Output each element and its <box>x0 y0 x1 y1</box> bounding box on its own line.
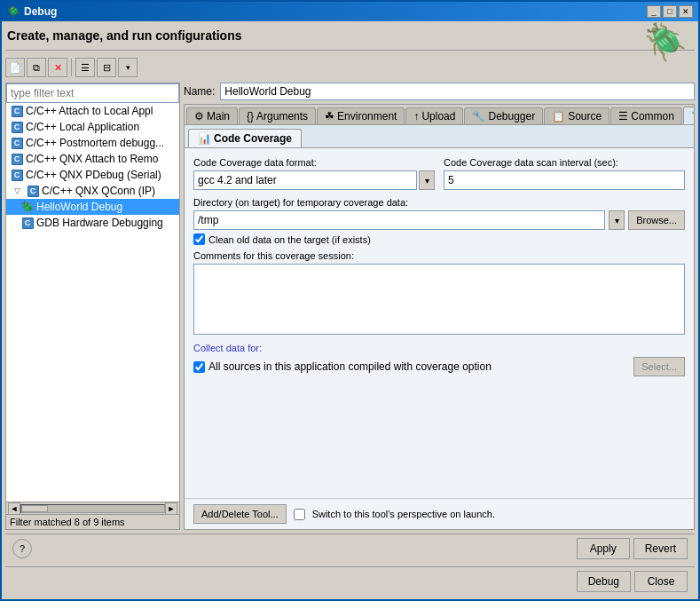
minimize-button[interactable]: _ <box>647 5 661 18</box>
tree-item-label: C/C++ Local Application <box>26 121 139 133</box>
clean-checkbox-row: Clean old data on the target (if exists) <box>193 233 685 245</box>
tab-main[interactable]: ⚙ Main <box>186 107 238 124</box>
tree-item-label: C/C++ QNX Attach to Remo <box>26 153 158 165</box>
debug-close-row: Debug Close <box>5 566 695 596</box>
c-icon: C <box>12 138 23 149</box>
close-window-button[interactable]: ✕ <box>679 5 693 18</box>
format-select-arrow[interactable]: ▾ <box>419 170 435 190</box>
revert-button[interactable]: Revert <box>633 538 688 559</box>
interval-label: Code Coverage data scan interval (sec): <box>444 157 685 168</box>
new-config-button[interactable]: 📄 <box>5 58 25 77</box>
dir-select-arrow[interactable]: ▾ <box>609 210 625 230</box>
tree-item-postmortem[interactable]: C C/C++ Postmortem debugg... <box>6 135 179 151</box>
duplicate-button[interactable]: ⧉ <box>27 58 46 77</box>
code-coverage-icon: 📊 <box>198 132 211 145</box>
c-icon: C <box>28 186 39 197</box>
tab-source[interactable]: 📋 Source <box>544 107 610 124</box>
tree-item-attach-local[interactable]: C C/C++ Attach to Local Appl <box>6 103 179 119</box>
c-icon: C <box>12 122 23 133</box>
browse-button[interactable]: Browse... <box>628 210 685 230</box>
tree-item-local-app[interactable]: C C/C++ Local Application <box>6 119 179 135</box>
common-tab-icon: ☰ <box>618 110 628 123</box>
scroll-track[interactable] <box>20 504 165 513</box>
interval-input[interactable] <box>444 170 685 190</box>
collect-checkbox[interactable] <box>193 361 205 373</box>
tree-item-label: GDB Hardware Debugging <box>36 217 163 229</box>
collect-checkbox-label: All sources in this application compiled… <box>208 360 492 373</box>
tree-item-label: HelloWorld Debug <box>36 201 122 213</box>
inner-tab-code-coverage[interactable]: 📊 Code Coverage <box>188 129 302 147</box>
scroll-left-btn[interactable]: ◄ <box>8 502 20 515</box>
tools-tab-icon: 🔧 <box>691 109 695 122</box>
inner-tab-label: Code Coverage <box>214 132 292 145</box>
filter-button[interactable]: ☰ <box>75 58 95 77</box>
source-tab-icon: 📋 <box>552 110 565 123</box>
debugger-tab-icon: 🔧 <box>472 110 485 123</box>
debug-window: 🪲 Debug _ □ ✕ Create, manage, and run co… <box>0 0 700 601</box>
comments-label: Comments for this coverage session: <box>193 250 685 261</box>
toolbar-separator <box>71 59 72 76</box>
format-select[interactable]: gcc 4.2 and later <box>193 170 417 190</box>
inner-content: Code Coverage data format: gcc 4.2 and l… <box>185 148 694 498</box>
inner-tab-bar: 📊 Code Coverage <box>185 125 694 148</box>
dir-select[interactable]: /tmp <box>193 210 605 230</box>
tab-debugger[interactable]: 🔧 Debugger <box>464 107 543 124</box>
filter-input[interactable] <box>6 83 179 103</box>
tab-environment[interactable]: ☘ Environment <box>317 107 405 124</box>
tab-arguments[interactable]: {} Arguments <box>239 107 316 124</box>
tree-item-qnx-qconn[interactable]: ▽ C C/C++ QNX QConn (IP) <box>6 183 179 199</box>
c-icon: C <box>22 217 34 229</box>
window-icon: 🪲 <box>7 5 20 18</box>
collapse-button[interactable]: ⊟ <box>97 58 116 77</box>
tab-main-label: Main <box>207 110 230 123</box>
apply-revert-row: Apply Revert <box>577 538 688 559</box>
tab-source-label: Source <box>568 110 602 123</box>
help-button[interactable]: ? <box>12 539 32 558</box>
delete-button[interactable]: ✕ <box>48 58 67 77</box>
arguments-tab-icon: {} <box>247 110 254 123</box>
main-tab-icon: ⚙ <box>194 110 204 123</box>
clean-checkbox-label: Clean old data on the target (if exists) <box>208 234 371 245</box>
switch-checkbox[interactable] <box>294 509 305 520</box>
tree-area: C C/C++ Attach to Local Appl C C/C++ Loc… <box>6 103 179 502</box>
tree-item-qnx-pdebug[interactable]: C C/C++ QNX PDebug (Serial) <box>6 167 179 183</box>
tab-upload-label: Upload <box>421 110 455 123</box>
page-header: Create, manage, and run configurations <box>5 25 695 46</box>
format-label: Code Coverage data format: <box>193 157 435 168</box>
name-input[interactable] <box>220 83 695 100</box>
tree-item-qnx-attach[interactable]: C C/C++ QNX Attach to Remo <box>6 151 179 167</box>
left-scrollbar[interactable]: ◄ ► <box>6 502 179 514</box>
select-button[interactable]: Select... <box>633 357 685 376</box>
dir-row: /tmp ▾ Browse... <box>193 210 685 230</box>
tabs-panel: ⚙ Main {} Arguments ☘ Environment ↑ <box>184 104 695 530</box>
tab-upload[interactable]: ↑ Upload <box>405 107 463 124</box>
title-bar: 🪲 Debug _ □ ✕ <box>2 2 698 21</box>
apply-button[interactable]: Apply <box>577 538 630 559</box>
more-button[interactable]: ▾ <box>118 58 138 77</box>
tab-tools[interactable]: 🔧 Tools <box>683 107 695 124</box>
tab-debugger-label: Debugger <box>488 110 535 123</box>
debug-button[interactable]: Debug <box>577 571 631 592</box>
bottom-tools-row: Add/Delete Tool... Switch to this tool's… <box>185 498 694 529</box>
add-delete-tool-button[interactable]: Add/Delete Tool... <box>193 504 287 524</box>
scroll-thumb[interactable] <box>21 505 48 512</box>
tab-common[interactable]: ☰ Common <box>610 107 682 124</box>
tree-item-label: C/C++ QNX QConn (IP) <box>42 185 155 197</box>
close-button[interactable]: Close <box>634 571 688 592</box>
tree-item-gdb-hw[interactable]: C GDB Hardware Debugging <box>6 215 179 231</box>
upload-tab-icon: ↑ <box>413 110 419 123</box>
dialog-bottom: ? Apply Revert <box>5 534 695 563</box>
format-select-row: gcc 4.2 and later ▾ <box>193 170 435 190</box>
format-interval-row: Code Coverage data format: gcc 4.2 and l… <box>193 157 685 190</box>
tab-environment-label: Environment <box>337 110 397 123</box>
comments-textarea[interactable] <box>193 264 685 335</box>
collect-label: Collect data for: <box>193 343 685 353</box>
clean-checkbox[interactable] <box>193 233 205 245</box>
tree-item-helloworld[interactable]: 🪲 HelloWorld Debug <box>6 199 179 215</box>
separator <box>5 50 695 51</box>
maximize-button[interactable]: □ <box>663 5 677 18</box>
right-panel: Name: ⚙ Main {} Arguments <box>184 83 695 530</box>
tab-arguments-label: Arguments <box>256 110 308 123</box>
tab-common-label: Common <box>631 110 674 123</box>
scroll-right-btn[interactable]: ► <box>165 502 177 515</box>
